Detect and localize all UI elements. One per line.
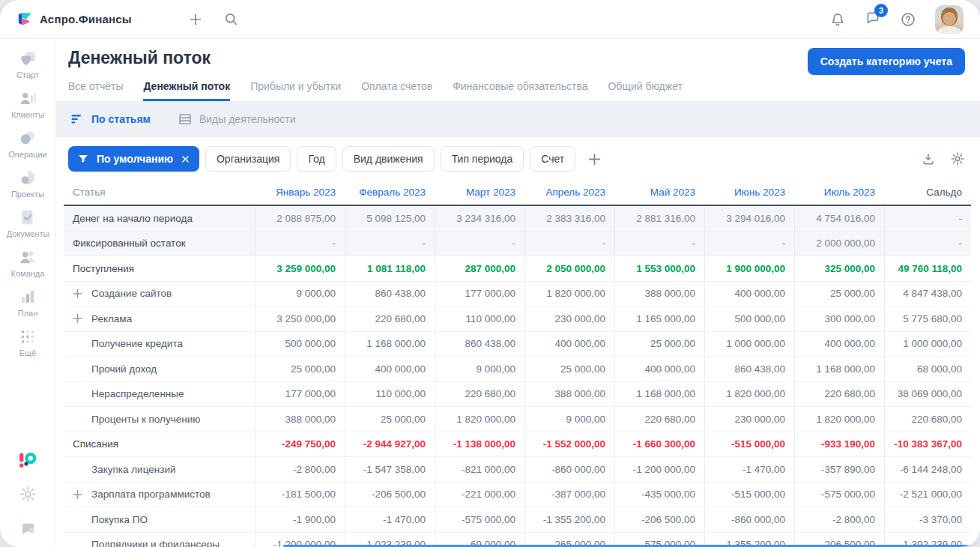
user-avatar[interactable] <box>935 5 964 34</box>
row-label-cell[interactable]: Нераспределенные <box>64 382 255 407</box>
value-cell: 230 000,00 <box>704 407 794 432</box>
value-cell: -575 000,00 <box>794 483 884 507</box>
column-header-month[interactable]: Январь 2023 <box>255 180 345 205</box>
row-label-cell[interactable]: Проценты к получению <box>64 407 255 432</box>
report-tab-5[interactable]: Финансовые обязательства <box>453 80 587 101</box>
saldo-cell: -3 370,00 <box>884 507 971 532</box>
column-header-month[interactable]: Апрель 2023 <box>524 180 614 205</box>
sidebar-item-7[interactable]: План <box>18 287 38 318</box>
row-label-cell[interactable]: Получение кредита <box>64 332 255 357</box>
row-label: Прочий доход <box>91 363 157 375</box>
table-header-row: СтатьяЯнварь 2023Февраль 2023Март 2023Ап… <box>64 180 971 206</box>
value-cell: 400 000,00 <box>345 357 435 381</box>
create-plus-icon[interactable] <box>187 11 204 28</box>
sort-lines-icon <box>70 112 85 127</box>
saldo-cell: -6 144 248,00 <box>884 457 971 482</box>
sidebar-item-1[interactable]: Старт <box>16 49 39 79</box>
sidebar-item-6[interactable]: Команда <box>11 247 45 278</box>
value-cell: -1 547 358,00 <box>345 457 435 482</box>
page-header: Денежный поток Создать категорию учета В… <box>56 39 980 101</box>
value-cell: -1 355 200,00 <box>524 507 614 532</box>
filter-chip-2[interactable]: Год <box>297 146 336 172</box>
table-row: Создание сайтов9 000,00860 438,00177 000… <box>64 282 971 307</box>
view-tab-2[interactable]: Виды деятельности <box>178 112 296 127</box>
value-cell: 1 820 000,00 <box>435 407 524 432</box>
gear-icon[interactable] <box>950 151 965 166</box>
row-label: Нераспределенные <box>91 388 184 399</box>
download-icon[interactable] <box>921 151 936 166</box>
sidebar-item-5[interactable]: Документы <box>7 208 49 238</box>
saldo-cell: 49 760 118,00 <box>884 256 971 281</box>
view-tab-1[interactable]: По статьям <box>70 112 151 127</box>
filter-chip-1[interactable]: Организация <box>205 146 291 172</box>
row-label-cell[interactable]: Закупка лицензий <box>64 457 255 482</box>
value-cell: 110 000,00 <box>435 306 524 331</box>
row-label-cell[interactable]: Подрядчики и фрилансеры <box>64 533 255 547</box>
report-tabs: Все отчётыДенежный потокПрибыли и убытки… <box>68 80 968 101</box>
report-tab-1[interactable]: Все отчёты <box>68 80 123 101</box>
value-cell: 1 000 000,00 <box>704 332 794 357</box>
add-filter-button[interactable] <box>586 151 603 168</box>
main-panel: Денежный поток Создать категорию учета В… <box>56 39 980 547</box>
column-header-month[interactable]: Май 2023 <box>614 180 704 205</box>
sidebar-item-4[interactable]: Проекты <box>11 168 44 199</box>
aspro-logo-icon[interactable] <box>18 451 37 469</box>
search-icon[interactable] <box>223 11 239 27</box>
value-cell: 2 050 000,00 <box>524 256 614 281</box>
column-header-month[interactable]: Июль 2023 <box>794 180 884 205</box>
sidebar-item-label: Документы <box>7 229 49 238</box>
row-label-cell[interactable]: Реклама <box>64 306 255 331</box>
row-label: Подрядчики и фрилансеры <box>91 539 220 547</box>
report-tab-4[interactable]: Оплата счетов <box>361 80 432 101</box>
row-label-cell[interactable]: Поступления <box>64 256 255 281</box>
row-label: Проценты к получению <box>91 414 200 425</box>
settings-icon[interactable] <box>19 485 37 504</box>
active-filter-pill[interactable]: По умолчанию <box>68 146 199 172</box>
filter-chip-4[interactable]: Тип периода <box>441 146 524 172</box>
report-tab-6[interactable]: Общий бюджет <box>608 80 682 101</box>
row-label-cell[interactable]: Фиксированный остаток <box>64 232 255 256</box>
app-logo[interactable]: Аспро.Финансы <box>15 10 132 28</box>
value-cell: 1 820 000,00 <box>524 282 614 306</box>
row-label-cell[interactable]: Зарплата программистов <box>64 483 255 507</box>
sidebar-item-2[interactable]: Клиенты <box>11 88 44 119</box>
support-chat-icon[interactable] <box>19 519 37 538</box>
column-header-month[interactable]: Июнь 2023 <box>704 180 794 205</box>
sidebar-item-3[interactable]: Операции <box>8 128 46 159</box>
expand-plus-icon[interactable] <box>73 489 82 499</box>
column-header-month[interactable]: Март 2023 <box>435 180 524 205</box>
value-cell: -1 200 000,00 <box>614 457 704 482</box>
value-cell: 300 000,00 <box>794 306 884 331</box>
value-cell: - <box>435 232 524 256</box>
table-row: Денег на начало периода2 088 875,005 098… <box>64 206 971 232</box>
create-category-button[interactable]: Создать категорию учета <box>808 48 965 75</box>
app-name: Аспро.Финансы <box>40 13 132 25</box>
value-cell: 287 000,00 <box>435 256 524 281</box>
filter-chip-5[interactable]: Счет <box>530 146 575 172</box>
expand-plus-icon[interactable] <box>73 314 82 324</box>
sidebar-item-8[interactable]: Ещё <box>18 327 37 357</box>
row-label-cell[interactable]: Денег на начало периода <box>64 206 255 231</box>
column-header-saldo: Сальдо <box>884 180 971 205</box>
row-label-cell[interactable]: Списания <box>64 432 255 457</box>
expand-plus-icon[interactable] <box>73 288 82 298</box>
value-cell: - <box>255 232 345 256</box>
value-cell: 25 000,00 <box>524 357 614 381</box>
filter-chip-3[interactable]: Вид движения <box>342 146 435 172</box>
value-cell: 3 294 016,00 <box>704 206 794 231</box>
bell-icon[interactable] <box>829 11 846 28</box>
value-cell: 860 438,00 <box>345 282 435 306</box>
report-tab-2[interactable]: Денежный поток <box>143 80 230 101</box>
report-tab-3[interactable]: Прибыли и убытки <box>250 80 341 101</box>
help-icon[interactable] <box>900 11 916 28</box>
value-cell: -357 890,00 <box>794 457 884 482</box>
row-label-cell[interactable]: Создание сайтов <box>64 282 255 306</box>
row-label-cell[interactable]: Прочий доход <box>64 357 255 381</box>
row-label-cell[interactable]: Покупка ПО <box>64 507 255 532</box>
column-header-month[interactable]: Февраль 2023 <box>345 180 435 205</box>
topbar: Аспро.Финансы 3 <box>0 0 980 39</box>
close-icon[interactable] <box>181 154 190 164</box>
value-cell: 5 098 125,00 <box>345 206 435 231</box>
value-cell: 220 680,00 <box>435 382 524 407</box>
chat-button[interactable]: 3 <box>865 10 881 29</box>
